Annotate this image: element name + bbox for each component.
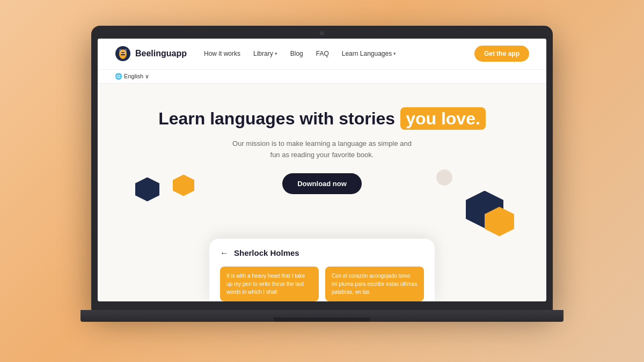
- svg-rect-3: [121, 54, 125, 55]
- nav-link-learn-languages[interactable]: Learn Languages ▾: [342, 50, 396, 57]
- hero-section: Learn languages with stories you love. O…: [98, 84, 546, 301]
- library-chevron-icon: ▾: [275, 51, 277, 56]
- nav-link-library[interactable]: Library ▾: [253, 50, 277, 57]
- logo-text: Beelinguapp: [135, 49, 187, 58]
- hero-headline: Learn languages with stories you love.: [158, 107, 486, 130]
- card-header: ← Sherlock Holmes: [220, 248, 424, 258]
- hex-dark-small-icon: [135, 178, 159, 202]
- nav-logo[interactable]: Beelinguapp: [115, 46, 187, 62]
- laptop-screen-inner: Beelinguapp How it works Library ▾ Blog …: [98, 39, 546, 301]
- nav-links: How it works Library ▾ Blog FAQ Learn La…: [204, 50, 474, 57]
- english-text-col: It is with a heavy heart that I take up …: [220, 267, 319, 301]
- laptop-camera: [320, 31, 324, 35]
- navbar: Beelinguapp How it works Library ▾ Blog …: [98, 39, 546, 70]
- hex-orange-small-icon: [173, 175, 194, 196]
- hero-headline-main: Learn languages with stories: [158, 108, 395, 129]
- circle-light-icon: [436, 169, 452, 186]
- hero-headline-highlight: you love.: [400, 107, 486, 130]
- english-text: It is with a heavy heart that I take up …: [226, 272, 312, 296]
- spanish-text-col: Con el corazón acongojado tomo mi pluma …: [325, 267, 424, 301]
- back-arrow-icon[interactable]: ←: [220, 248, 229, 258]
- nav-bottom-row: 🌐 English ∨: [98, 70, 546, 84]
- language-selector[interactable]: 🌐 English ∨: [115, 73, 149, 80]
- laptop-wrapper: Beelinguapp How it works Library ▾ Blog …: [91, 26, 553, 337]
- laptop-base: [80, 310, 564, 322]
- laptop-screen-outer: Beelinguapp How it works Library ▾ Blog …: [91, 26, 553, 310]
- bee-logo-icon: [115, 46, 131, 62]
- nav-link-faq[interactable]: FAQ: [316, 50, 329, 57]
- get-the-app-button[interactable]: Get the app: [474, 46, 529, 62]
- spanish-text: Con el corazón acongojado tomo mi pluma …: [332, 272, 418, 296]
- download-now-button[interactable]: Download now: [282, 173, 362, 194]
- nav-link-blog[interactable]: Blog: [290, 50, 303, 57]
- learn-languages-chevron-icon: ▾: [393, 51, 396, 56]
- hero-subtext: Our mission is to make learning a langua…: [231, 138, 413, 161]
- card-title: Sherlock Holmes: [234, 248, 299, 257]
- story-card: ← Sherlock Holmes It is with a heavy hea…: [209, 239, 435, 301]
- nav-link-how-it-works[interactable]: How it works: [204, 50, 240, 57]
- site-content: Beelinguapp How it works Library ▾ Blog …: [98, 39, 546, 301]
- card-text-columns: It is with a heavy heart that I take up …: [220, 267, 424, 301]
